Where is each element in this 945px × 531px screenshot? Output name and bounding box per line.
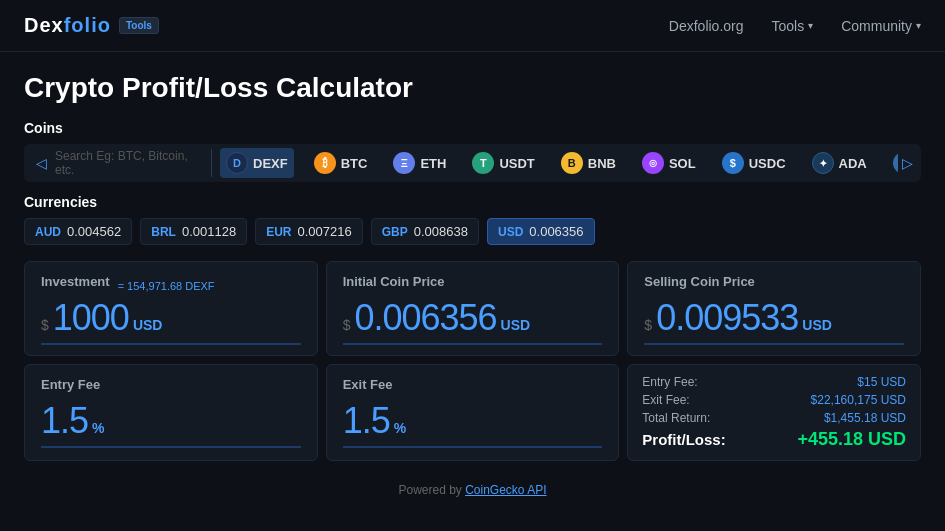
- entry-fee-result-row: Entry Fee: $15 USD: [642, 375, 906, 389]
- total-return-result-row: Total Return: $1,455.18 USD: [642, 411, 906, 425]
- coin-item-bnb[interactable]: B BNB: [555, 148, 622, 178]
- entry-fee-value: 1.5: [41, 400, 88, 442]
- entry-fee-input-line: [41, 446, 301, 448]
- tools-link[interactable]: Tools ▾: [772, 18, 814, 34]
- selling-price-unit: USD: [802, 317, 832, 333]
- eth-icon: Ξ: [393, 152, 415, 174]
- currency-brl[interactable]: BRL 0.001128: [140, 218, 247, 245]
- tools-badge: Tools: [119, 17, 159, 34]
- initial-price-dollar: $: [343, 317, 351, 333]
- bnb-label: BNB: [588, 156, 616, 171]
- entry-fee-value-row: 1.5 %: [41, 400, 301, 442]
- investment-dollar: $: [41, 317, 49, 333]
- entry-fee-result-value: $15 USD: [857, 375, 906, 389]
- selling-price-input-line: [644, 343, 904, 345]
- investment-title: Investment: [41, 274, 110, 289]
- brl-value: 0.001128: [182, 224, 236, 239]
- total-return-label: Total Return:: [642, 411, 710, 425]
- initial-price-card: Initial Coin Price $ 0.006356 USD: [326, 261, 620, 356]
- footer-text: Powered by: [398, 483, 465, 497]
- coins-label: Coins: [24, 120, 921, 136]
- entry-fee-title: Entry Fee: [41, 377, 301, 392]
- coin-item-sol[interactable]: ◎ SOL: [636, 148, 702, 178]
- ada-label: ADA: [839, 156, 867, 171]
- tools-chevron-icon: ▾: [808, 20, 813, 31]
- exit-fee-result-value: $22,160,175 USD: [811, 393, 906, 407]
- currency-eur[interactable]: EUR 0.007216: [255, 218, 363, 245]
- dexf-label: DEXF: [253, 156, 288, 171]
- coin-list: D DEXF ₿ BTC Ξ ETH T USDT B BNB ◎ SOL: [220, 148, 898, 178]
- selling-price-value-row: $ 0.009533 USD: [644, 297, 904, 339]
- currency-aud[interactable]: AUD 0.004562: [24, 218, 132, 245]
- exit-fee-result-label: Exit Fee:: [642, 393, 689, 407]
- search-placeholder-text: Search Eg: BTC, Bitcoin, etc.: [55, 149, 203, 177]
- investment-header: Investment = 154,971.68 DEXF: [41, 274, 301, 297]
- usdt-icon: T: [472, 152, 494, 174]
- results-card: Entry Fee: $15 USD Exit Fee: $22,160,175…: [627, 364, 921, 461]
- sol-icon: ◎: [642, 152, 664, 174]
- btc-label: BTC: [341, 156, 368, 171]
- coin-item-ada[interactable]: ✦ ADA: [806, 148, 873, 178]
- investment-card: Investment = 154,971.68 DEXF $ 1000 USD: [24, 261, 318, 356]
- entry-fee-unit: %: [92, 420, 104, 436]
- currencies-label: Currencies: [24, 194, 921, 210]
- usd-code: USD: [498, 225, 523, 239]
- exit-fee-value: 1.5: [343, 400, 390, 442]
- investment-value-row: $ 1000 USD: [41, 297, 301, 339]
- selling-price-value: 0.009533: [656, 297, 798, 339]
- community-chevron-icon: ▾: [916, 20, 921, 31]
- coin-item-btc[interactable]: ₿ BTC: [308, 148, 374, 178]
- exit-fee-card: Exit Fee 1.5 %: [326, 364, 620, 461]
- entry-fee-result-label: Entry Fee:: [642, 375, 697, 389]
- dexf-icon: D: [226, 152, 248, 174]
- coin-item-eth[interactable]: Ξ ETH: [387, 148, 452, 178]
- gbp-code: GBP: [382, 225, 408, 239]
- investment-value: 1000: [53, 297, 129, 339]
- currency-usd[interactable]: USD 0.006356: [487, 218, 595, 245]
- selling-price-dollar: $: [644, 317, 652, 333]
- logo-dex: Dex: [24, 14, 64, 36]
- investment-input-line: [41, 343, 301, 345]
- sol-label: SOL: [669, 156, 696, 171]
- coin-search-area: ◁ Search Eg: BTC, Bitcoin, etc.: [32, 149, 212, 177]
- coins-prev-button[interactable]: ◁: [32, 155, 51, 171]
- usdc-icon: $: [722, 152, 744, 174]
- aud-code: AUD: [35, 225, 61, 239]
- nav-links: Dexfolio.org Tools ▾ Community ▾: [669, 18, 921, 34]
- selling-price-card: Selling Coin Price $ 0.009533 USD: [627, 261, 921, 356]
- coin-item-dexf[interactable]: D DEXF: [220, 148, 294, 178]
- exit-fee-unit: %: [394, 420, 406, 436]
- total-return-value: $1,455.18 USD: [824, 411, 906, 425]
- page-title: Crypto Profit/Loss Calculator: [24, 72, 921, 104]
- calculator-grid: Investment = 154,971.68 DEXF $ 1000 USD …: [24, 261, 921, 461]
- initial-price-value: 0.006356: [354, 297, 496, 339]
- bnb-icon: B: [561, 152, 583, 174]
- main-content: Crypto Profit/Loss Calculator Coins ◁ Se…: [0, 52, 945, 473]
- usd-value: 0.006356: [529, 224, 583, 239]
- coin-item-xrp[interactable]: ✕ XRP: [887, 148, 898, 178]
- exit-fee-input-line: [343, 446, 603, 448]
- community-link[interactable]: Community ▾: [841, 18, 921, 34]
- footer: Powered by CoinGecko API: [0, 473, 945, 507]
- coingecko-link[interactable]: CoinGecko API: [465, 483, 546, 497]
- usdt-label: USDT: [499, 156, 534, 171]
- navbar: Dexfolio Tools Dexfolio.org Tools ▾ Comm…: [0, 0, 945, 52]
- investment-unit: USD: [133, 317, 163, 333]
- xrp-icon: ✕: [893, 152, 898, 174]
- dexfolio-link[interactable]: Dexfolio.org: [669, 18, 744, 34]
- coin-item-usdt[interactable]: T USDT: [466, 148, 540, 178]
- currency-gbp[interactable]: GBP 0.008638: [371, 218, 479, 245]
- coins-next-button[interactable]: ▷: [902, 155, 913, 171]
- exit-fee-result-row: Exit Fee: $22,160,175 USD: [642, 393, 906, 407]
- gbp-value: 0.008638: [414, 224, 468, 239]
- profit-loss-row: Profit/Loss: +455.18 USD: [642, 429, 906, 450]
- coins-row: ◁ Search Eg: BTC, Bitcoin, etc. D DEXF ₿…: [24, 144, 921, 182]
- coin-item-usdc[interactable]: $ USDC: [716, 148, 792, 178]
- currencies-row: AUD 0.004562 BRL 0.001128 EUR 0.007216 G…: [24, 218, 921, 245]
- exit-fee-value-row: 1.5 %: [343, 400, 603, 442]
- aud-value: 0.004562: [67, 224, 121, 239]
- eur-value: 0.007216: [297, 224, 351, 239]
- selling-price-title: Selling Coin Price: [644, 274, 904, 289]
- logo-folio: folio: [64, 14, 111, 36]
- investment-subtitle: = 154,971.68 DEXF: [118, 280, 215, 292]
